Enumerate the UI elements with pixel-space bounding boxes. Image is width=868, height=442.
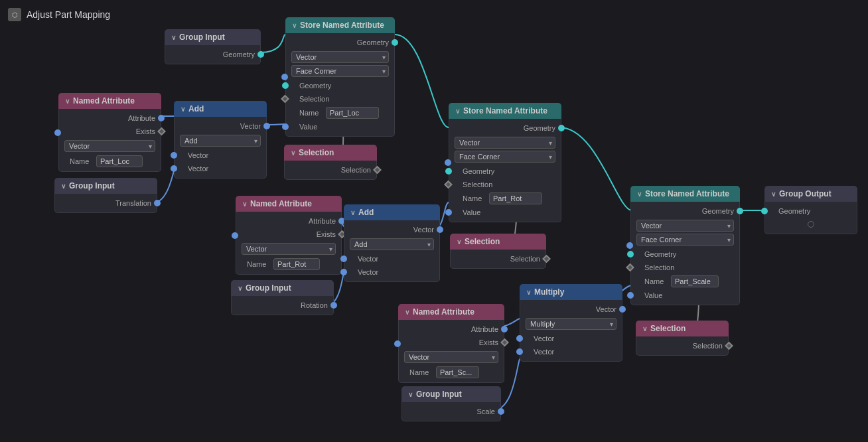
vector-dropdown[interactable]: Vector [455,137,555,149]
vector-dropdown[interactable]: Vector [636,220,734,232]
geometry-output-row: Geometry [165,48,260,61]
multiply-dropdown[interactable]: Multiply [526,318,616,330]
vector-dropdown-wrap[interactable]: Vector [404,351,498,363]
node-header-sel-3[interactable]: ∨ Selection [636,321,729,336]
chevron-icon: ∨ [771,190,776,198]
node-body-sna-2: Geometry Vector Face Corner Geometry Sel… [449,119,561,222]
exists-socket [157,127,166,136]
node-header-sel-1[interactable]: ∨ Selection [284,145,377,161]
vector-dropdown-wrap[interactable]: Vector [242,243,336,255]
vector-dropdown[interactable]: Vector [291,51,389,63]
vector-dropdown-wrap[interactable]: Vector [64,140,155,152]
node-body-sel-1: Selection [284,161,377,180]
chevron-icon: ∨ [526,289,531,296]
node-header-add-1[interactable]: ∨ Add [174,101,267,117]
chevron-icon: ∨ [238,285,242,292]
chevron-icon: ∨ [405,309,409,316]
rotation-row: Rotation [232,299,333,312]
node-selection-1: ∨ Selection Selection [284,145,377,180]
add-dropdown-wrap[interactable]: Add [180,135,261,147]
node-body-sna-1: Geometry Vector Face Corner Geometry Sel… [285,33,395,137]
node-header-sel-2[interactable]: ∨ Selection [450,234,546,250]
node-body-add-1: Vector Add Vector Vector [174,117,267,179]
node-header-sna-2[interactable]: ∨ Store Named Attribute [449,103,561,119]
node-selection-2: ∨ Selection Selection [450,234,546,269]
chevron-icon: ∨ [408,391,413,398]
exists-socket [500,338,509,347]
geometry-input-row: Geometry [286,79,394,92]
selection-row: Selection [285,163,376,177]
vector-dropdown-wrap[interactable]: Vector [636,220,734,232]
vector-dropdown[interactable]: Vector [64,140,155,152]
chevron-icon: ∨ [61,183,66,190]
vector-output-row: Vector [344,223,439,236]
node-group-input-1: ∨ Group Input Geometry [165,29,261,64]
node-body-sna-3: Geometry Vector Face Corner Geometry Sel… [630,202,740,305]
vector-dropdown[interactable]: Vector [404,351,498,363]
node-title: Named Attribute [250,199,312,208]
multiply-dropdown-wrap[interactable]: Multiply [526,318,616,330]
node-store-named-attr-2: ∨ Store Named Attribute Geometry Vector … [449,103,561,222]
add-dropdown-wrap[interactable]: Add [350,238,434,250]
scale-socket [498,408,504,415]
node-header-na-3[interactable]: ∨ Named Attribute [398,304,504,320]
node-header-multiply[interactable]: ∨ Multiply [520,284,622,300]
node-header-na-2[interactable]: ∨ Named Attribute [236,196,342,212]
node-header-gi-3[interactable]: ∨ Group Input [231,280,334,296]
name-input[interactable] [671,275,719,287]
node-header-gi-4[interactable]: ∨ Group Input [401,386,501,402]
vector-dropdown[interactable]: Vector [242,243,336,255]
attribute-row: Attribute [236,214,341,228]
geometry-input-socket [761,208,768,214]
chevron-icon: ∨ [350,209,355,216]
exists-row: Exists [59,125,161,138]
node-multiply: ∨ Multiply Vector Multiply Vector Vector [520,284,622,362]
node-title: Add [188,104,204,113]
node-header-group-input-1[interactable]: ∨ Group Input [165,29,261,45]
add-dropdown[interactable]: Add [180,135,261,147]
node-group-input-4: ∨ Group Input Scale [401,386,501,421]
name-input[interactable] [436,366,479,378]
name-row: Name [59,154,161,169]
node-header-sna-1[interactable]: ∨ Store Named Attribute [285,17,395,33]
node-named-attr-2: ∨ Named Attribute Attribute Exists Vecto… [236,196,342,275]
node-header-gi-2[interactable]: ∨ Group Input [54,178,157,194]
attribute-socket [158,115,165,121]
name-input[interactable] [326,107,379,119]
name-input[interactable] [489,192,542,204]
chevron-icon: ∨ [291,149,295,157]
node-store-named-attr-3: ∨ Store Named Attribute Geometry Vector … [630,186,740,305]
node-title: Selection [465,237,500,246]
face-corner-dropdown-wrap[interactable]: Face Corner [636,234,734,246]
page-title: Adjust Part Mapping [27,9,110,20]
node-selection-3: ∨ Selection Selection [636,321,729,356]
vector-dropdown-wrap[interactable]: Vector [455,137,555,149]
node-header-na-1[interactable]: ∨ Named Attribute [58,93,161,109]
node-header-add-2[interactable]: ∨ Add [344,204,440,220]
chevron-icon: ∨ [642,325,647,332]
node-body-na-1: Attribute Exists Vector Name [58,109,161,172]
face-corner-dropdown[interactable]: Face Corner [291,65,389,77]
value-input-socket [445,209,452,216]
vector-output-row: Vector [520,303,622,316]
face-corner-dropdown[interactable]: Face Corner [455,151,555,163]
node-body-group-input-1: Geometry [165,45,261,64]
node-named-attr-3: ∨ Named Attribute Attribute Exists Vecto… [398,304,504,383]
exists-row: Exists [236,228,341,241]
name-row: Name [399,365,504,380]
node-group-input-2: ∨ Group Input Translation [54,178,157,213]
face-corner-dropdown-wrap[interactable]: Face Corner [455,151,555,163]
face-corner-dropdown-wrap[interactable]: Face Corner [291,65,389,77]
vector-dropdown-wrap[interactable]: Vector [291,51,389,63]
face-corner-dropdown[interactable]: Face Corner [636,234,734,246]
node-title: Group Input [69,181,115,190]
add-dropdown[interactable]: Add [350,238,434,250]
geometry-input-row: Geometry [449,165,561,178]
node-header-go[interactable]: ∨ Group Output [764,186,857,202]
node-header-sna-3[interactable]: ∨ Store Named Attribute [630,186,740,202]
name-input[interactable] [96,155,143,167]
node-title: Store Named Attribute [300,21,384,30]
selection-input-row: Selection [286,92,394,106]
vector-input-socket-2 [171,165,177,172]
name-input[interactable] [273,258,320,270]
